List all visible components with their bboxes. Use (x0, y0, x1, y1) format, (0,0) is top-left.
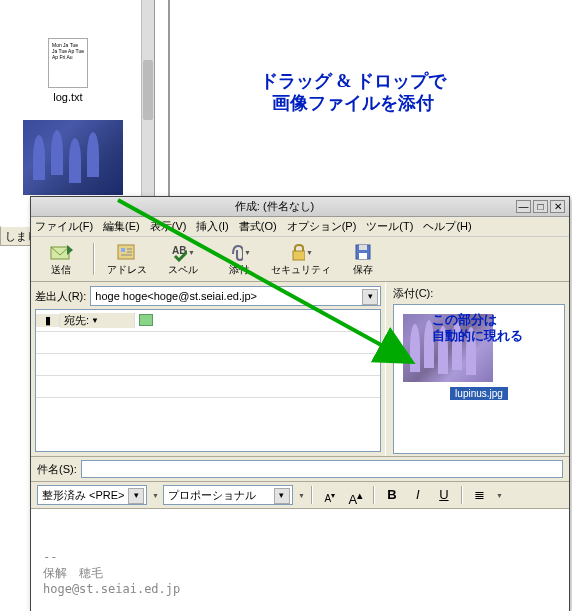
file-label: log.txt (49, 90, 86, 104)
titlebar[interactable]: 作成: (件名なし) — □ ✕ (31, 197, 569, 217)
maximize-button[interactable]: □ (533, 200, 548, 213)
menu-insert[interactable]: 挿入(I) (196, 219, 228, 234)
attachment-filename: lupinus.jpg (450, 387, 508, 400)
bold-button[interactable]: B (381, 485, 403, 505)
font-smaller-button[interactable]: A▾ (319, 485, 341, 505)
svg-rect-7 (359, 253, 367, 259)
send-icon (49, 241, 73, 263)
svg-rect-6 (359, 245, 367, 250)
scrollbar-vertical[interactable]: ▴ ▾ (141, 0, 154, 225)
image-thumbnail-icon (23, 120, 123, 195)
menu-options[interactable]: オプション(P) (287, 219, 357, 234)
menu-view[interactable]: 表示(V) (150, 219, 187, 234)
attach-button[interactable]: ▼ 添付 (215, 241, 263, 277)
format-toolbar: 整形済み <PRE> ▼ プロポーショナル ▼ A▾ A▴ B I U ≣ ▼ (31, 482, 569, 509)
compose-header-pane: 差出人(R): hoge hoge<hoge@st.seiai.ed.jp> ▮… (31, 282, 385, 456)
chevron-down-icon[interactable]: ▼ (298, 492, 305, 499)
toolbar-separator (93, 243, 95, 275)
paragraph-style-select[interactable]: 整形済み <PRE> (37, 485, 147, 505)
annotation-auto: この部分は 自動的に現れる (432, 312, 523, 344)
attach-label: 添付(C): (393, 286, 433, 301)
subject-label: 件名(S): (37, 462, 77, 477)
save-icon (351, 241, 375, 263)
lock-icon: ▼ (289, 241, 313, 263)
chevron-down-icon[interactable]: ▼ (152, 492, 159, 499)
save-button[interactable]: 保存 (339, 241, 387, 277)
address-table[interactable]: ▮ 宛先: ▼ (35, 309, 381, 452)
menu-file[interactable]: ファイル(F) (35, 219, 93, 234)
font-select[interactable]: プロポーショナル (163, 485, 293, 505)
addressbook-icon (139, 314, 153, 326)
list-button[interactable]: ≣ (469, 485, 491, 505)
security-button[interactable]: ▼ セキュリティ (271, 241, 331, 277)
sender-label: 差出人(R): (35, 289, 86, 304)
toolbar: 送信 アドレス ABC▼ スペル ▼ 添付 ▼ セキュリティ 保存 (31, 237, 569, 282)
attach-icon: ▼ (227, 241, 251, 263)
menu-tools[interactable]: ツール(T) (366, 219, 413, 234)
menu-edit[interactable]: 編集(E) (103, 219, 140, 234)
annotation-dragdrop: ドラッグ & ドロップで 画像ファイルを添付 (260, 70, 446, 114)
address-row-empty[interactable] (36, 332, 380, 354)
address-button[interactable]: アドレス (103, 241, 151, 277)
address-row[interactable]: ▮ 宛先: ▼ (36, 310, 380, 332)
window-title: 作成: (件名なし) (235, 199, 314, 214)
address-icon (115, 241, 139, 263)
underline-button[interactable]: U (433, 485, 455, 505)
font-larger-button[interactable]: A▴ (345, 485, 367, 505)
address-row-empty[interactable] (36, 376, 380, 398)
message-body[interactable]: -- 保解 穂毛 hoge@st.seiai.ed.jp (31, 509, 569, 611)
to-field[interactable] (135, 314, 380, 328)
file-log[interactable]: Mon Ja Tue Ja Tue Ap Tue Ap Fri Au log.t… (28, 38, 108, 104)
send-button[interactable]: 送信 (37, 241, 85, 277)
sender-select[interactable]: hoge hoge<hoge@st.seiai.ed.jp> (90, 286, 381, 306)
svg-rect-2 (121, 248, 125, 252)
attachment-pane: 添付(C): lupinus.jpg (389, 282, 569, 456)
subject-input[interactable] (81, 460, 563, 478)
chevron-down-icon[interactable]: ▼ (496, 492, 503, 499)
row-handle[interactable]: ▮ (36, 314, 60, 327)
svg-rect-4 (293, 251, 305, 260)
spell-button[interactable]: ABC▼ スペル (159, 241, 207, 277)
menu-format[interactable]: 書式(O) (239, 219, 277, 234)
menu-help[interactable]: ヘルプ(H) (423, 219, 471, 234)
sender-value: hoge hoge<hoge@st.seiai.ed.jp> (95, 290, 257, 302)
spell-icon: ABC▼ (171, 241, 195, 263)
menubar: ファイル(F) 編集(E) 表示(V) 挿入(I) 書式(O) オプション(P)… (31, 217, 569, 237)
close-button[interactable]: ✕ (550, 200, 565, 213)
italic-button[interactable]: I (407, 485, 429, 505)
minimize-button[interactable]: — (516, 200, 531, 213)
text-file-icon: Mon Ja Tue Ja Tue Ap Tue Ap Fri Au (48, 38, 88, 88)
compose-window: 作成: (件名なし) — □ ✕ ファイル(F) 編集(E) 表示(V) 挿入(… (30, 196, 570, 611)
address-row-empty[interactable] (36, 354, 380, 376)
subject-row: 件名(S): (31, 457, 569, 482)
to-dropdown[interactable]: 宛先: ▼ (60, 313, 135, 328)
